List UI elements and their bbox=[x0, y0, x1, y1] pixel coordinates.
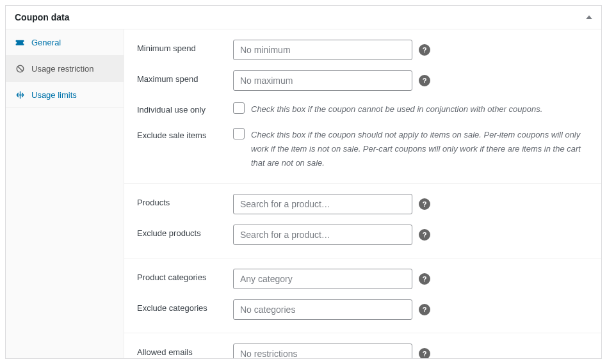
section: Products Search for a product… ? Exclude… bbox=[124, 184, 601, 258]
allowed-emails-input[interactable] bbox=[233, 344, 412, 358]
field-label: Products bbox=[137, 194, 233, 207]
row-allowed-emails: Allowed emails ? bbox=[124, 337, 601, 358]
row-exclude-categories: Exclude categories No categories ? bbox=[124, 293, 601, 324]
section: Minimum spend ? Maximum spend ? bbox=[124, 29, 601, 184]
help-icon[interactable]: ? bbox=[419, 348, 430, 358]
section: Product categories Any category ? Exclud… bbox=[124, 258, 601, 333]
help-icon[interactable]: ? bbox=[419, 75, 430, 86]
field-label: Individual use only bbox=[137, 101, 233, 115]
collapse-up-icon bbox=[586, 15, 592, 19]
help-icon[interactable]: ? bbox=[419, 304, 430, 315]
sidebar: General Usage restriction Usage limits bbox=[6, 29, 124, 358]
row-individual-use: Individual use only Check this box if th… bbox=[124, 95, 601, 120]
field-label: Product categories bbox=[137, 269, 233, 282]
svg-line-1 bbox=[17, 66, 22, 71]
help-icon[interactable]: ? bbox=[419, 273, 430, 285]
maximum-spend-input[interactable] bbox=[233, 70, 412, 91]
row-minimum-spend: Minimum spend ? bbox=[124, 33, 601, 64]
minimum-spend-input[interactable] bbox=[233, 40, 412, 60]
field-description: Check this box if the coupon should not … bbox=[251, 127, 588, 170]
row-products: Products Search for a product… ? bbox=[124, 187, 601, 218]
field-label: Exclude categories bbox=[137, 299, 233, 313]
row-exclude-products: Exclude products Search for a product… ? bbox=[124, 218, 601, 249]
sidebar-item-label: Usage limits bbox=[31, 90, 77, 100]
coupon-data-panel: Coupon data General Usage restriction bbox=[5, 5, 602, 359]
arrows-icon bbox=[15, 90, 25, 100]
exclude-products-select[interactable]: Search for a product… bbox=[233, 225, 412, 245]
field-label: Exclude sale items bbox=[137, 127, 233, 140]
sidebar-item-usage-restriction[interactable]: Usage restriction bbox=[6, 56, 124, 82]
products-select[interactable]: Search for a product… bbox=[233, 194, 412, 214]
row-product-categories: Product categories Any category ? bbox=[124, 262, 601, 293]
panel-title: Coupon data bbox=[15, 12, 70, 22]
content: Minimum spend ? Maximum spend ? bbox=[124, 29, 601, 358]
ticket-icon bbox=[15, 37, 25, 47]
product-categories-select[interactable]: Any category bbox=[233, 269, 412, 289]
field-label: Exclude products bbox=[137, 225, 233, 238]
panel-body: General Usage restriction Usage limits bbox=[6, 29, 601, 358]
field-label: Maximum spend bbox=[137, 70, 233, 84]
sidebar-item-label: Usage restriction bbox=[31, 64, 94, 74]
individual-use-checkbox[interactable] bbox=[233, 102, 245, 114]
section: Allowed emails ? bbox=[124, 333, 601, 358]
field-description: Check this box if the coupon cannot be u… bbox=[251, 101, 542, 116]
sidebar-item-general[interactable]: General bbox=[6, 29, 124, 56]
field-label: Allowed emails bbox=[137, 344, 233, 357]
panel-header[interactable]: Coupon data bbox=[6, 6, 601, 29]
help-icon[interactable]: ? bbox=[419, 44, 430, 56]
exclude-sale-items-checkbox[interactable] bbox=[233, 128, 245, 139]
row-maximum-spend: Maximum spend ? bbox=[124, 64, 601, 95]
sidebar-item-usage-limits[interactable]: Usage limits bbox=[6, 82, 124, 108]
field-label: Minimum spend bbox=[137, 40, 233, 53]
sidebar-item-label: General bbox=[31, 38, 61, 47]
exclude-categories-select[interactable]: No categories bbox=[233, 299, 412, 320]
help-icon[interactable]: ? bbox=[419, 198, 430, 210]
help-icon[interactable]: ? bbox=[419, 229, 430, 241]
ban-icon bbox=[15, 63, 25, 74]
row-exclude-sale-items: Exclude sale items Check this box if the… bbox=[124, 120, 601, 174]
